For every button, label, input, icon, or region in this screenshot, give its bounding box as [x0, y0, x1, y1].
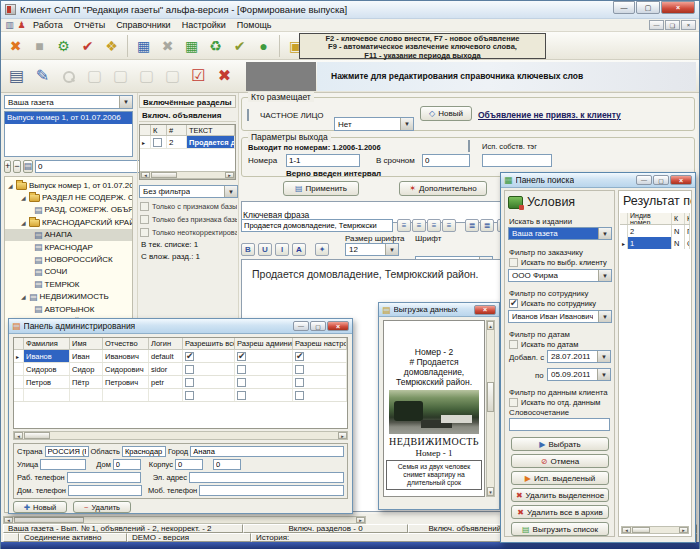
result-row[interactable]: 2 N П [620, 225, 690, 237]
main-hscrollbar[interactable]: ◂▸ [3, 516, 366, 524]
close-button[interactable]: × [327, 321, 349, 331]
edit-icon[interactable]: ✎ [30, 64, 55, 89]
scroll-right-icon[interactable]: ▸ [679, 527, 688, 533]
tree-item-section[interactable]: ▤ТЕМРЮК [5, 278, 132, 290]
issues-list[interactable]: Выпуск номер 1, от 01.07.2006 [4, 111, 133, 157]
menu-pomosch[interactable]: Помощь [232, 20, 277, 30]
align-left-icon[interactable]: ≡ [397, 219, 411, 232]
scroll-left-icon[interactable]: ◂ [14, 432, 23, 439]
scroll-left-icon[interactable]: ◂ [4, 517, 13, 523]
by-employee-checkbox[interactable] [509, 299, 518, 308]
mdi-restore-button[interactable]: ❏ [665, 20, 680, 30]
page-icon[interactable]: ▢ [160, 64, 185, 89]
by-client-checkbox[interactable] [509, 258, 518, 267]
minimize-button[interactable]: — [613, 1, 635, 14]
email-field[interactable] [189, 472, 344, 483]
city-field[interactable] [190, 446, 344, 457]
exit-icon[interactable]: ✖ [4, 34, 27, 57]
tree-item-section[interactable]: ▤НОВОРОССИЙСК [5, 253, 132, 265]
building2-field[interactable] [213, 459, 241, 470]
table-row[interactable]: Петров Пётр Петрович petr [14, 376, 347, 389]
mobile-field[interactable] [199, 485, 344, 496]
allow-setup-checkbox[interactable] [295, 365, 304, 374]
new-client-button[interactable]: ◇Новый [420, 106, 472, 121]
maximize-button[interactable]: ▢ [636, 1, 660, 14]
use-selected-button[interactable]: ▶Исп. выделеный [511, 471, 609, 485]
underline-icon[interactable]: U [258, 243, 272, 256]
issue-list-item[interactable]: Выпуск номер 1, от 01.07.2006 [5, 112, 132, 124]
monitor-chart-icon[interactable]: ▦ [132, 34, 155, 57]
chevron-down-icon[interactable]: ▼ [400, 118, 413, 130]
tree-item-section[interactable]: ▤СОЧИ [5, 266, 132, 278]
allow-admin-checkbox[interactable] [237, 378, 246, 387]
monitor-x-icon[interactable]: ✖ [156, 34, 179, 57]
expander-icon[interactable]: ◢ [21, 293, 27, 300]
edition-combo[interactable]: Ваша газета▼ [508, 227, 612, 240]
chevron-down-icon[interactable]: ▼ [597, 369, 610, 380]
delete-selected-button[interactable]: ✖Удалить выделенное [511, 488, 609, 502]
scroll-thumb[interactable] [151, 172, 177, 178]
chevron-down-icon[interactable]: ▼ [598, 311, 611, 322]
tree-item-issue[interactable]: ◢Выпуск номер 1, от 01.07.2006 [5, 179, 132, 191]
document-a-icon[interactable]: ▤ [4, 64, 29, 89]
export-vscrollbar[interactable]: ▴▾ [486, 320, 495, 497]
scroll-thumb[interactable] [24, 432, 50, 439]
minimize-button[interactable]: — [636, 175, 652, 185]
chevron-down-icon[interactable]: ▼ [385, 244, 398, 255]
country-field[interactable] [45, 446, 89, 457]
go-icon[interactable]: ● [252, 34, 275, 57]
expander-icon[interactable]: ◢ [21, 194, 27, 201]
tree-item-section[interactable]: ◢КРАСНОДАРСКИЙ КРАЙ [5, 216, 132, 228]
allow-setup-checkbox[interactable] [295, 378, 304, 387]
numbers-field[interactable] [286, 154, 360, 167]
allow-all-checkbox[interactable] [185, 365, 194, 374]
scroll-thumb[interactable] [14, 517, 84, 523]
allow-admin-checkbox[interactable] [237, 391, 246, 400]
font-color-icon[interactable]: A [292, 243, 306, 256]
settings-gears-icon[interactable]: ⚙ [52, 34, 75, 57]
urgent-field[interactable] [422, 154, 470, 167]
scroll-left-icon[interactable]: ◂ [622, 527, 631, 533]
not-linked-client-link[interactable]: Объявление не привяз. к клиенту [478, 110, 621, 120]
scroll-up-icon[interactable]: ▴ [487, 321, 494, 330]
allow-admin-checkbox[interactable] [237, 365, 246, 374]
chevron-down-icon[interactable]: ▼ [598, 228, 611, 239]
tree-item-section[interactable]: ▤АНАПА [5, 229, 132, 241]
own-tag-checkbox[interactable] [468, 140, 470, 152]
date-to-combo[interactable]: 05.09.2011▼ [547, 368, 611, 381]
allow-setup-checkbox[interactable] [295, 391, 304, 400]
bold-icon[interactable]: B [241, 243, 255, 256]
close-button[interactable]: × [661, 1, 695, 14]
ad-text-cell[interactable]: Продается домовладе [187, 136, 235, 148]
own-tag-field[interactable] [482, 154, 552, 167]
close-button[interactable]: × [474, 305, 496, 315]
key-phrase-field[interactable] [241, 219, 393, 232]
by-client-data-checkbox[interactable] [509, 398, 518, 407]
ads-grid-row[interactable]: ▸ 2 Продается домовладе [140, 136, 235, 149]
recycle-icon[interactable]: ♻ [204, 34, 227, 57]
allow-all-checkbox[interactable] [185, 378, 194, 387]
scroll-thumb[interactable] [632, 527, 650, 533]
new-user-button[interactable]: ✚Новый [13, 501, 67, 513]
page-icon[interactable]: ▢ [82, 64, 107, 89]
page-icon[interactable]: ▢ [108, 64, 133, 89]
with-base-checkbox[interactable] [140, 202, 149, 211]
date-from-combo[interactable]: 28.07.2011▼ [547, 350, 611, 363]
menu-spravochniki[interactable]: Справочники [111, 20, 176, 30]
gazette-combo[interactable]: Ваша газета▼ [4, 95, 133, 109]
private-person-checkbox[interactable] [247, 109, 249, 121]
chevron-down-icon[interactable]: ▼ [119, 96, 132, 108]
allow-all-checkbox[interactable] [185, 391, 194, 400]
tree-item-section[interactable]: ▤АВТОРЫНОК [5, 303, 132, 315]
delete-user-button[interactable]: −Удалить [73, 501, 131, 513]
indent-icon[interactable]: ≣ [465, 219, 479, 232]
remove-issue-button[interactable]: − [13, 160, 20, 173]
home-phone-field[interactable] [68, 485, 142, 496]
close-button[interactable]: × [670, 175, 692, 185]
allow-all-checkbox[interactable] [185, 352, 194, 361]
table-row[interactable]: ▸ Иванов Иван Иванович default [14, 350, 347, 363]
scroll-thumb[interactable] [487, 382, 494, 412]
search-icon[interactable] [56, 64, 81, 89]
expander-icon[interactable]: ◢ [8, 182, 14, 189]
by-date-checkbox[interactable] [509, 340, 518, 349]
